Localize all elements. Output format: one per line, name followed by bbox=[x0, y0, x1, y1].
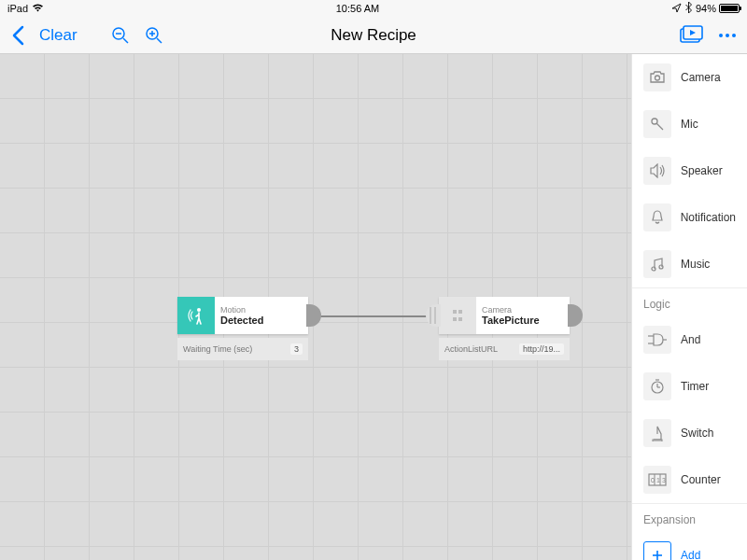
palette-item-label: Notification bbox=[681, 211, 736, 224]
battery-percent: 94% bbox=[696, 3, 716, 14]
node-motion[interactable]: Motion Detected Waiting Time (sec) 3 bbox=[177, 297, 308, 360]
speaker-icon bbox=[643, 157, 671, 185]
svg-line-4 bbox=[157, 38, 162, 43]
palette-item-label: Speaker bbox=[681, 164, 723, 177]
svg-text:1: 1 bbox=[656, 477, 660, 483]
svg-text:3: 3 bbox=[662, 477, 666, 483]
clear-button[interactable]: Clear bbox=[39, 26, 78, 45]
svg-point-9 bbox=[197, 308, 201, 312]
more-button[interactable] bbox=[719, 34, 736, 37]
palette-section-expansion: Expansion bbox=[632, 503, 747, 532]
svg-point-17 bbox=[652, 267, 655, 271]
palette-item-label: Timer bbox=[681, 380, 709, 393]
zoom-in-button[interactable] bbox=[145, 26, 163, 45]
svg-rect-10 bbox=[453, 310, 457, 314]
palette-item-label: Music bbox=[681, 258, 710, 271]
param-value: 3 bbox=[290, 343, 303, 355]
canvas[interactable]: Motion Detected Waiting Time (sec) 3 Cam… bbox=[0, 54, 631, 560]
palette-item-label: Counter bbox=[681, 473, 721, 486]
palette-item-counter[interactable]: 013 Counter bbox=[632, 456, 747, 503]
music-icon bbox=[643, 250, 671, 278]
palette-item-timer[interactable]: Timer bbox=[632, 363, 747, 410]
svg-rect-13 bbox=[458, 317, 462, 321]
timer-icon bbox=[643, 372, 671, 400]
palette-item-switch[interactable]: Switch bbox=[632, 410, 747, 456]
page-title: New Recipe bbox=[331, 26, 416, 45]
svg-line-16 bbox=[656, 123, 663, 130]
device-label: iPad bbox=[7, 3, 28, 14]
palette-item-label: And bbox=[681, 333, 700, 346]
mic-icon bbox=[643, 110, 671, 138]
palette-item-speaker[interactable]: Speaker bbox=[632, 147, 747, 194]
param-label: Waiting Time (sec) bbox=[183, 344, 252, 354]
palette-item-and[interactable]: And bbox=[632, 316, 747, 363]
svg-line-1 bbox=[123, 38, 128, 43]
battery-icon bbox=[719, 4, 740, 13]
status-bar: iPad 10:56 AM 94% bbox=[0, 0, 747, 17]
svg-rect-11 bbox=[458, 310, 462, 314]
palette-item-label: Camera bbox=[681, 71, 721, 84]
play-button[interactable] bbox=[678, 25, 704, 46]
bluetooth-icon bbox=[685, 2, 692, 15]
param-label: ActionListURL bbox=[444, 344, 498, 354]
palette: Camera Mic Speaker Notification Music bbox=[631, 54, 747, 560]
bell-icon bbox=[643, 203, 671, 231]
param-value: http://19... bbox=[519, 343, 564, 355]
node-param-row[interactable]: Waiting Time (sec) 3 bbox=[177, 338, 308, 360]
back-button[interactable] bbox=[11, 25, 24, 46]
wifi-icon bbox=[32, 3, 44, 14]
node-name: Detected bbox=[220, 315, 303, 326]
node-camera[interactable]: Camera TakePicture ActionListURL http://… bbox=[439, 297, 570, 360]
palette-section-logic: Logic bbox=[632, 287, 747, 316]
camera-placeholder-icon bbox=[439, 297, 476, 334]
and-icon bbox=[643, 326, 671, 354]
node-category: Motion bbox=[220, 305, 303, 315]
motion-icon bbox=[177, 297, 215, 334]
palette-item-notification[interactable]: Notification bbox=[632, 194, 747, 241]
svg-point-18 bbox=[659, 265, 663, 269]
connection-wire bbox=[310, 315, 427, 317]
svg-rect-12 bbox=[453, 317, 457, 321]
svg-text:0: 0 bbox=[651, 477, 655, 483]
svg-rect-26 bbox=[653, 440, 662, 441]
node-category: Camera bbox=[482, 305, 564, 315]
camera-icon bbox=[643, 63, 671, 91]
palette-item-label: Mic bbox=[681, 118, 698, 131]
counter-icon: 013 bbox=[643, 466, 671, 494]
palette-item-music[interactable]: Music bbox=[632, 241, 747, 287]
clock: 10:56 AM bbox=[336, 3, 379, 14]
palette-item-label: Add bbox=[681, 549, 700, 560]
svg-point-14 bbox=[655, 76, 660, 80]
toolbar: Clear New Recipe bbox=[0, 17, 747, 54]
palette-item-mic[interactable]: Mic bbox=[632, 101, 747, 147]
palette-item-add[interactable]: Add bbox=[632, 532, 747, 560]
switch-icon bbox=[643, 419, 671, 447]
palette-item-camera[interactable]: Camera bbox=[632, 54, 747, 101]
palette-item-label: Switch bbox=[681, 427, 713, 440]
zoom-out-button[interactable] bbox=[111, 26, 130, 45]
node-name: TakePicture bbox=[482, 315, 564, 326]
navigation-icon bbox=[671, 3, 682, 15]
node-param-row[interactable]: ActionListURL http://19... bbox=[439, 338, 570, 360]
plus-icon bbox=[643, 541, 671, 560]
